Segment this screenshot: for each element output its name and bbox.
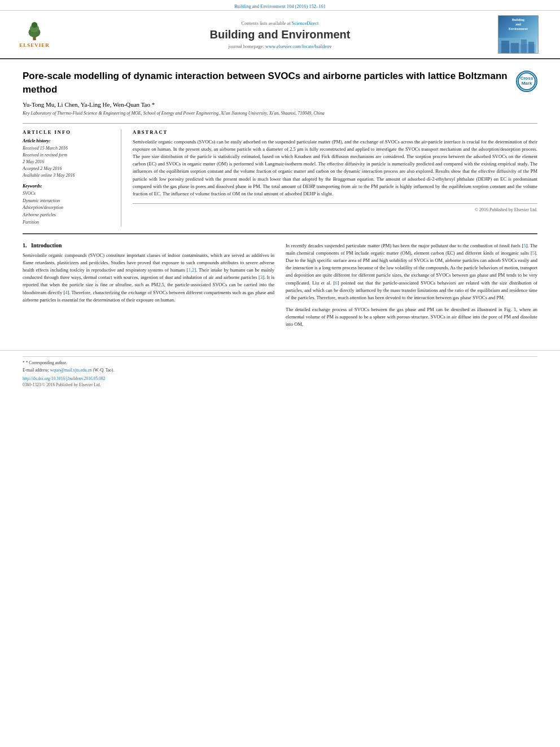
article-footer: * * Corresponding author. E-mail address…: [0, 350, 560, 392]
svg-rect-9: [528, 42, 534, 53]
sciencedirect-label: Contents lists available at: [242, 20, 291, 26]
abstract-text: Semivolatile organic compounds (SVOCs) c…: [133, 138, 537, 198]
journal-ref: Building and Environment 104 (2016) 152–…: [234, 3, 326, 9]
elsevier-logo: ELSEVIER: [11, 20, 58, 49]
doi-line: http://dx.doi.org/10.1016/j.buildenv.201…: [23, 376, 537, 381]
cover-title: BuildingandEnvironment: [509, 18, 528, 31]
article-title-section: Pore-scale modelling of dynamic interact…: [23, 65, 537, 97]
intro-para-1: Semivolatile organic compounds (SVOC) co…: [23, 252, 274, 304]
page: Building and Environment 104 (2016) 152–…: [0, 0, 560, 747]
corresponding-label: * Corresponding author.: [26, 360, 67, 365]
article-title: Pore-scale modelling of dynamic interact…: [23, 69, 510, 97]
elsevier-brand: ELSEVIER: [19, 42, 50, 48]
issn-line: 0360-1323/© 2016 Published by Elsevier L…: [23, 382, 537, 387]
intro-para-2: In recently decades suspended particulat…: [286, 242, 537, 302]
body-left-col: 1. Introduction Semivolatile organic com…: [23, 242, 274, 333]
body-right-col: In recently decades suspended particulat…: [286, 242, 537, 333]
intro-section-num: 1.: [23, 242, 27, 248]
cover-decoration-icon: [498, 35, 536, 53]
received-revised-label: Received in revised form: [23, 152, 114, 159]
article-content: Pore-scale modelling of dynamic interact…: [0, 59, 560, 344]
svg-text:Mark: Mark: [522, 81, 532, 86]
article-history-title: Article history:: [23, 138, 114, 143]
journal-homepage: journal homepage: www.elsevier.com/locat…: [62, 43, 498, 49]
sciencedirect-link[interactable]: ScienceDirect: [292, 20, 319, 26]
email-address[interactable]: wqtao@mail.xjtu.edu.cn: [50, 368, 92, 373]
affiliation: Key Laboratory of Thermo-Fluid Science &…: [23, 110, 537, 116]
homepage-label: journal homepage:: [228, 43, 264, 49]
elsevier-tree-icon: [20, 21, 49, 41]
body-two-col: 1. Introduction Semivolatile organic com…: [23, 242, 537, 333]
body-content: 1. Introduction Semivolatile organic com…: [23, 233, 537, 333]
keywords-title: Keywords:: [23, 184, 114, 189]
article-info-col: ARTICLE INFO Article history: Received 1…: [23, 129, 121, 226]
article-title-text: Pore-scale modelling of dynamic interact…: [23, 69, 510, 97]
doi-link[interactable]: http://dx.doi.org/10.1016/j.buildenv.201…: [23, 376, 105, 381]
email-footnote: E-mail address: wqtao@mail.xjtu.edu.cn (…: [23, 368, 537, 374]
email-label: E-mail address:: [23, 368, 49, 373]
sciencedirect-ref: Contents lists available at ScienceDirec…: [62, 20, 498, 26]
intro-section-title: Introduction: [31, 242, 62, 248]
keyword-4: Airborne particles: [23, 212, 114, 219]
keyword-5: Partition: [23, 219, 114, 226]
keyword-1: SVOCs: [23, 190, 114, 198]
available-online-date: Available online 3 May 2016: [23, 172, 114, 179]
accepted-date: Accepted 2 May 2016: [23, 165, 114, 172]
intro-heading: 1. Introduction: [23, 242, 274, 248]
authors: Yu-Tong Mu, Li Chen, Ya-Ling He, Wen-Qua…: [23, 101, 537, 108]
journal-title: Building and Environment: [62, 28, 498, 41]
crossmark-icon: Cross Mark: [517, 72, 536, 91]
keyword-3: Adsorption/desorption: [23, 204, 114, 212]
intro-para-3: The detailed exchange process of SVOCs b…: [286, 306, 537, 329]
article-info-label: ARTICLE INFO: [23, 129, 114, 135]
abstract-col: ABSTRACT Semivolatile organic compounds …: [133, 129, 537, 226]
svg-point-3: [32, 21, 38, 28]
journal-header-right: BuildingandEnvironment: [498, 15, 549, 54]
email-suffix: (W.-Q. Tao).: [93, 368, 114, 373]
abstract-label: ABSTRACT: [133, 129, 537, 135]
homepage-url[interactable]: www.elsevier.com/locate/buildenv: [265, 43, 331, 49]
journal-header-center: Contents lists available at ScienceDirec…: [62, 20, 498, 49]
received-date: Received 15 March 2016: [23, 145, 114, 152]
footer-divider: [23, 356, 537, 357]
corresponding-note: * * Corresponding author.: [23, 360, 537, 366]
revised-date: 2 May 2016: [23, 159, 114, 165]
keywords-group: Keywords: SVOCs Dynamic interaction Adso…: [23, 184, 114, 226]
crossmark-badge: Cross Mark: [516, 71, 537, 92]
copyright-line: © 2016 Published by Elsevier Ltd.: [133, 203, 537, 212]
journal-cover-image: BuildingandEnvironment: [498, 15, 539, 54]
svg-rect-6: [501, 41, 509, 53]
svg-rect-7: [511, 43, 519, 53]
keyword-2: Dynamic interaction: [23, 198, 114, 205]
svg-text:Cross: Cross: [520, 76, 533, 81]
svg-rect-8: [521, 40, 527, 53]
article-info-abstract: ARTICLE INFO Article history: Received 1…: [23, 123, 537, 226]
crossmark-circle: Cross Mark: [516, 71, 537, 92]
journal-header-left: ELSEVIER: [11, 20, 62, 49]
article-history-group: Article history: Received 15 March 2016 …: [23, 138, 114, 179]
journal-top-bar: Building and Environment 104 (2016) 152–…: [0, 0, 560, 11]
journal-header: ELSEVIER Contents lists available at Sci…: [0, 11, 560, 59]
